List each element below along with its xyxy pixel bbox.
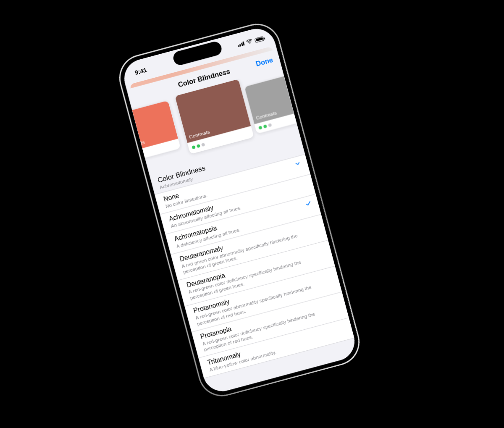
empty-indicator xyxy=(337,323,344,325)
battery-icon xyxy=(255,36,265,42)
cellular-signal-icon xyxy=(237,41,245,47)
checkmark-icon xyxy=(304,199,313,207)
status-time: 9:41 xyxy=(134,66,147,76)
done-button[interactable]: Done xyxy=(255,56,274,68)
chevron-down-icon xyxy=(293,159,302,168)
empty-indicator xyxy=(316,245,323,247)
options-list: NoneNo color limitations.AchromatomalyAn… xyxy=(155,154,354,378)
iphone-device-mockup: 9:41 Color Blindness Done Contr xyxy=(117,21,362,399)
empty-indicator xyxy=(323,271,331,273)
wifi-icon xyxy=(246,39,253,45)
empty-indicator xyxy=(299,179,306,181)
empty-indicator xyxy=(310,219,317,221)
empty-indicator xyxy=(330,297,337,299)
